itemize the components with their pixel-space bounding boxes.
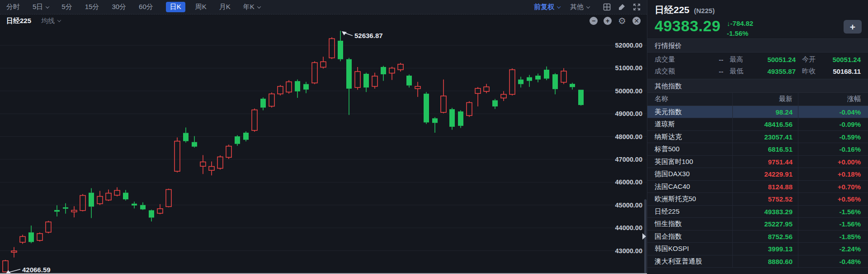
prev-close-label: 昨收 (802, 67, 816, 76)
quote-panel: 日经225 (N225) 49383.29 ↓-784.82 -1.56% + … (647, 0, 868, 274)
svg-text:48000.00: 48000.00 (615, 133, 642, 140)
tab-5min[interactable]: 5分 (61, 3, 72, 11)
chart-action-icons: − + ⚙ ✕ (590, 16, 641, 25)
toolbar-right-group: 前复权 其他 (534, 3, 641, 11)
index-row[interactable]: 日经225 49383.29 -1.56% (647, 206, 868, 218)
open-value: 50051.24 (832, 56, 861, 63)
index-row[interactable]: 道琼斯 48416.56 -0.09% (647, 118, 868, 131)
chevron-down-icon (57, 18, 61, 22)
index-row[interactable]: 恒生指数 25227.95 -1.56% (647, 218, 868, 231)
svg-text:44000.00: 44000.00 (615, 224, 642, 231)
index-row[interactable]: 澳大利亚普通股 8880.60 -0.48% (647, 255, 868, 268)
high-label: 最高 (730, 55, 743, 64)
tab-minute[interactable]: 分时 (6, 3, 20, 11)
tab-5day[interactable]: 5日 (33, 3, 49, 11)
tab-daily-k[interactable]: 日K (166, 2, 185, 12)
partial-next-row (647, 268, 868, 274)
low-label: 最低 (730, 67, 743, 76)
quote-section-title: 行情报价 (647, 39, 868, 53)
tab-30min[interactable]: 30分 (112, 3, 126, 11)
app-window: 分时 5日 5分 15分 30分 60分 日K 周K 月K 年K 前复权 其他 … (0, 0, 868, 274)
svg-text:52000.00: 52000.00 (615, 42, 642, 49)
svg-text:52636.87: 52636.87 (354, 32, 383, 39)
zoom-in-button[interactable]: + (604, 17, 612, 25)
chevron-down-icon (257, 5, 261, 8)
chevron-down-icon (46, 5, 49, 8)
ma-dropdown[interactable]: 均线 (41, 17, 61, 25)
chart-region: 分时 5日 5分 15分 30分 60分 日K 周K 月K 年K 前复权 其他 … (0, 0, 647, 274)
price-change: -784.82 (730, 19, 753, 27)
svg-text:43000.00: 43000.00 (615, 247, 642, 255)
index-row[interactable]: 法国CAC40 8124.88 +0.70% (647, 181, 868, 193)
indices-section-title: 其他指数 (647, 79, 868, 93)
prev-close-value: 50168.11 (833, 67, 861, 75)
zoom-out-button[interactable]: − (590, 17, 598, 25)
col-header-chg: 涨幅 (798, 93, 868, 106)
tab-yearly-k[interactable]: 年K (243, 3, 260, 11)
indices-table-header: 名称 最新 涨幅 (647, 93, 868, 106)
svg-text:42066.59: 42066.59 (22, 266, 51, 274)
toolbar-icons (603, 3, 641, 11)
chart-header: 日经225 均线 − + ⚙ ✕ (0, 14, 647, 27)
svg-text:49000.00: 49000.00 (615, 110, 642, 117)
index-row[interactable]: 美元指数 98.24 -0.04% (647, 106, 868, 119)
index-row[interactable]: 标普500 6816.51 -0.16% (647, 143, 868, 156)
open-label: 今开 (802, 55, 816, 64)
index-row[interactable]: 英国富时100 9751.44 +0.00% (647, 156, 868, 168)
volume-value: -- (719, 56, 723, 63)
index-row[interactable]: 国企指数 8752.56 -1.85% (647, 231, 868, 243)
close-chart-button[interactable]: ✕ (632, 17, 641, 25)
symbol-title: 日经225 (655, 4, 689, 16)
tab-60min[interactable]: 60分 (139, 3, 153, 11)
svg-text:45000.00: 45000.00 (615, 202, 642, 209)
turnover-label: 成交额 (655, 67, 675, 76)
candlestick-chart[interactable]: 52000.0051000.0050000.0049000.0048000.00… (0, 27, 647, 274)
symbol-code: (N225) (694, 7, 715, 14)
price-change-pct: -1.56% (727, 29, 753, 38)
chart-canvas[interactable]: 52000.0051000.0050000.0049000.0048000.00… (0, 27, 647, 274)
index-row[interactable]: 韩国KOSPI 3999.13 -2.24% (647, 243, 868, 255)
low-value: 49355.87 (767, 67, 796, 75)
svg-text:50000.00: 50000.00 (615, 87, 642, 95)
turnover-value: -- (719, 67, 723, 75)
col-header-name: 名称 (647, 95, 732, 103)
tab-monthly-k[interactable]: 月K (219, 3, 231, 11)
tab-weekly-k[interactable]: 周K (195, 3, 207, 11)
tab-15min[interactable]: 15分 (85, 3, 99, 11)
high-value: 50051.24 (767, 56, 796, 63)
settings-gear-icon[interactable]: ⚙ (618, 16, 627, 25)
col-header-last: 最新 (732, 93, 798, 106)
index-row[interactable]: 纳斯达克 23057.41 -0.59% (647, 131, 868, 144)
brush-icon[interactable] (618, 3, 626, 11)
price-change-block: ↓-784.82 -1.56% (727, 19, 753, 38)
last-price: 49383.29 (655, 17, 721, 35)
fullscreen-icon[interactable] (633, 3, 641, 11)
add-to-watchlist-button[interactable]: + (844, 20, 862, 34)
panel-expand-arrow-icon[interactable] (642, 233, 646, 240)
index-row[interactable]: 德国DAX30 24229.91 +0.18% (647, 168, 868, 181)
svg-text:46000.00: 46000.00 (615, 178, 642, 186)
chevron-down-icon (557, 5, 561, 8)
period-toolbar: 分时 5日 5分 15分 30分 60分 日K 周K 月K 年K 前复权 其他 (0, 0, 647, 14)
index-row[interactable]: 欧洲斯托克50 5752.52 +0.56% (647, 193, 868, 206)
adjust-dropdown[interactable]: 前复权 (534, 3, 560, 11)
symbol-name: 日经225 (6, 17, 31, 25)
svg-text:51000.00: 51000.00 (615, 64, 642, 72)
chevron-down-icon (586, 5, 590, 8)
svg-text:47000.00: 47000.00 (615, 156, 642, 163)
grid-layout-icon[interactable] (603, 3, 611, 11)
panel-header: 日经225 (N225) 49383.29 ↓-784.82 -1.56% + (647, 0, 868, 39)
volume-label: 成交量 (655, 55, 675, 64)
quote-grid: 成交量-- 最高50051.24 今开50051.24 成交额-- 最低4935… (647, 53, 868, 79)
other-dropdown[interactable]: 其他 (570, 3, 590, 11)
indices-table: 美元指数 98.24 -0.04% 道琼斯 48416.56 -0.09% 纳斯… (647, 106, 868, 268)
